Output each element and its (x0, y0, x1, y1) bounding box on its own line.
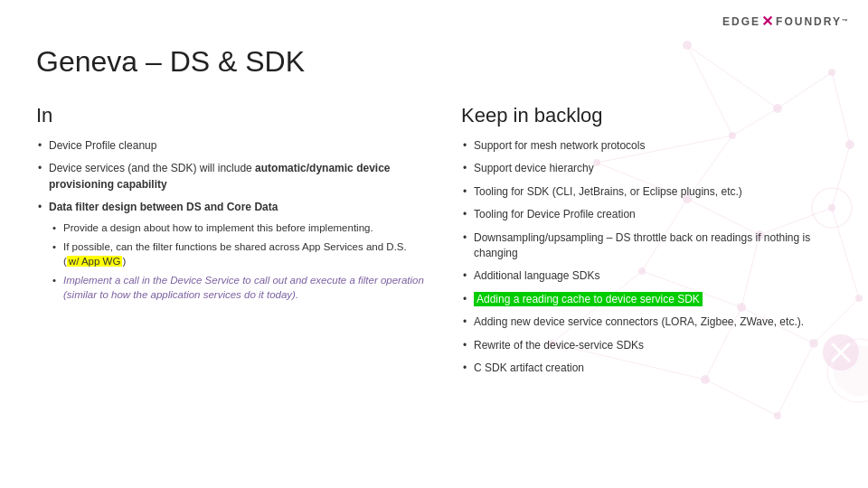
list-item: Tooling for SDK (CLI, JetBrains, or Ecli… (461, 184, 850, 200)
item-text: Downsampling/upsampling – DS throttle ba… (474, 231, 810, 259)
item-text: Data filter design between DS and Core D… (49, 201, 278, 213)
list-item: Implement a call in the Device Service t… (49, 273, 425, 302)
list-item: Device services (and the SDK) will inclu… (36, 161, 425, 192)
main-content: Geneva – DS & SDK In Device Profile clea… (36, 45, 850, 470)
item-text: C SDK artifact creation (474, 361, 584, 374)
list-item: Adding new device service connectors (LO… (461, 314, 850, 330)
list-item: Rewrite of the device-service SDKs (461, 338, 850, 353)
left-bullet-list: Device Profile cleanup Device services (… (36, 138, 425, 302)
list-item: Support for mesh network protocols (461, 138, 850, 154)
list-item: C SDK artifact creation (461, 361, 850, 376)
item-text: Adding a reading cache to device service… (474, 292, 703, 306)
item-text: Adding new device service connectors (LO… (474, 315, 804, 328)
sub-item-text: If possible, can the filter functions be… (63, 241, 407, 267)
logo-foundry-text: FOUNDRY (776, 15, 842, 28)
logo-edge-text: EDGE (722, 15, 760, 28)
left-column: In Device Profile cleanup Device service… (36, 104, 425, 383)
logo-trademark: ™ (842, 18, 850, 24)
list-item: Data filter design between DS and Core D… (36, 200, 425, 302)
list-item: Provide a design about how to implement … (49, 221, 425, 235)
right-bullet-list: Support for mesh network protocols Suppo… (461, 138, 850, 376)
item-text: Device services (and the SDK) will inclu… (49, 162, 390, 190)
sub-bullet-list: Provide a design about how to implement … (49, 221, 425, 302)
svg-point-32 (855, 295, 863, 302)
columns-layout: In Device Profile cleanup Device service… (36, 104, 850, 383)
item-text: Support device hierarchy (474, 162, 594, 174)
list-item: Downsampling/upsampling – DS throttle ba… (461, 230, 850, 262)
right-column: Keep in backlog Support for mesh network… (461, 104, 850, 383)
sub-item-text: Provide a design about how to implement … (63, 222, 373, 233)
logo-x-icon: ✕ (761, 13, 775, 30)
list-item: Adding a reading cache to device service… (461, 292, 850, 307)
page-title: Geneva – DS & SDK (36, 45, 850, 79)
list-item: Additional language SDKs (461, 268, 850, 284)
list-item: Support device hierarchy (461, 161, 850, 176)
list-item: Tooling for Device Profile creation (461, 207, 850, 222)
right-heading: Keep in backlog (461, 104, 850, 127)
logo: EDGE ✕ FOUNDRY ™ (722, 13, 850, 30)
item-text: Additional language SDKs (474, 269, 599, 282)
list-item: If possible, can the filter functions be… (49, 239, 425, 268)
left-heading: In (36, 104, 425, 127)
item-text: Support for mesh network protocols (474, 139, 645, 152)
item-text: Tooling for SDK (CLI, JetBrains, or Ecli… (474, 185, 742, 198)
item-text: Tooling for Device Profile creation (474, 208, 636, 221)
list-item: Device Profile cleanup (36, 138, 425, 154)
sub-item-text: Implement a call in the Device Service t… (63, 275, 424, 300)
item-text: Device Profile cleanup (49, 139, 156, 152)
item-text: Rewrite of the device-service SDKs (474, 339, 644, 352)
